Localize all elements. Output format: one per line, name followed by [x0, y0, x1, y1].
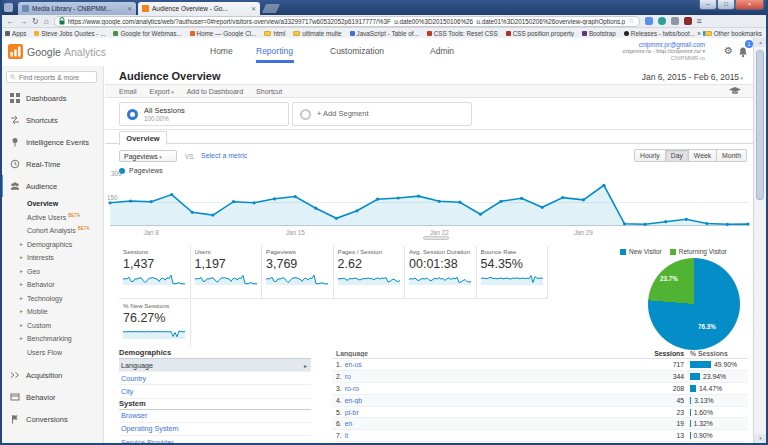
browser-tab-active[interactable]: Audience Overview - Go... ✕: [138, 2, 260, 15]
panel-item-browser[interactable]: Browser: [119, 410, 311, 423]
sidebar-subitem-demographics[interactable]: Demographics: [0, 238, 103, 252]
sidebar-subitem-behavior[interactable]: Behavior: [0, 278, 103, 292]
add-to-dashboard-button[interactable]: Add to Dashboard: [187, 88, 243, 95]
sidebar-subitem-custom[interactable]: Custom: [0, 319, 103, 333]
address-bar[interactable]: https://www.google.com/analytics/web/?au…: [54, 16, 640, 27]
search-input[interactable]: [19, 74, 93, 81]
metric-card-users[interactable]: Users 1,197: [191, 246, 263, 298]
window-minimize-button[interactable]: –: [699, 0, 717, 10]
extension-icon[interactable]: [658, 17, 666, 25]
col-header-sessions[interactable]: Sessions: [632, 350, 684, 357]
granularity-hourly-button[interactable]: Hourly: [634, 149, 666, 162]
table-row[interactable]: 5.pt-br 23 1.60%: [332, 407, 748, 419]
tab-close-icon[interactable]: ✕: [251, 5, 256, 12]
metric-card-pageviews[interactable]: Pageviews 3,769: [262, 246, 334, 298]
table-row[interactable]: 7.it 13 0.90%: [332, 430, 748, 442]
bookmark-item[interactable]: Steve Jobs Quotes - ...: [34, 30, 105, 37]
sidebar-subitem-geo[interactable]: Geo: [0, 265, 103, 279]
granularity-day-button[interactable]: Day: [666, 149, 689, 162]
bookmark-item[interactable]: Google for Webmas...: [113, 30, 181, 37]
sidebar-subitem-benchmarking[interactable]: Benchmarking: [0, 332, 103, 346]
account-email-link[interactable]: cnipmmr.pr@gmail.com: [622, 41, 705, 48]
ga-nav-admin[interactable]: Admin: [430, 46, 454, 56]
ga-nav-home[interactable]: Home: [210, 46, 233, 56]
metric-picker-dropdown[interactable]: Pageviews: [119, 150, 177, 162]
email-button[interactable]: Email: [119, 88, 137, 95]
granularity-week-button[interactable]: Week: [689, 149, 717, 162]
granularity-month-button[interactable]: Month: [717, 149, 747, 162]
window-close-button[interactable]: ×: [735, 0, 764, 10]
table-row[interactable]: 6.en 19 1.32%: [332, 418, 748, 430]
language-link[interactable]: en-us: [345, 361, 362, 368]
bookmark-apps[interactable]: Apps: [5, 30, 26, 37]
sidebar-subitem-technology[interactable]: Technology: [0, 292, 103, 306]
date-range-selector[interactable]: Jan 6, 2015 - Feb 6, 2015: [642, 72, 743, 82]
sidebar-subitem-interests[interactable]: Interests: [0, 251, 103, 265]
ga-nav-reporting[interactable]: Reporting: [256, 46, 293, 56]
window-maximize-button[interactable]: □: [717, 0, 735, 10]
new-tab-button[interactable]: [262, 4, 280, 13]
panel-item-language[interactable]: Language: [119, 359, 311, 372]
other-bookmarks-button[interactable]: Other bookmarks: [705, 30, 762, 37]
bookmark-item[interactable]: Home — Google Cl...: [190, 30, 257, 37]
table-row[interactable]: 2.ro 344 23.94%: [332, 371, 748, 383]
panel-item-city[interactable]: City: [119, 385, 311, 398]
language-link[interactable]: ro: [345, 373, 351, 380]
account-property-selector[interactable]: cnipmmr.ro - http://cnipmmr.ro/: [622, 48, 705, 55]
forward-button[interactable]: →: [19, 16, 27, 27]
bookmarks-overflow-chevron[interactable]: »: [697, 30, 701, 37]
col-header-pct-sessions[interactable]: % Sessions: [684, 350, 748, 357]
table-row[interactable]: 4.en-gb 45 3.13%: [332, 395, 748, 407]
sidebar-item-conversions[interactable]: Conversions: [0, 408, 103, 430]
export-button[interactable]: Export: [150, 88, 174, 95]
add-segment-button[interactable]: + Add Segment: [292, 102, 472, 126]
home-button[interactable]: ⌂: [44, 16, 49, 27]
settings-gear-icon[interactable]: ⚙: [724, 45, 733, 56]
pie-chart[interactable]: 23.7% 76.3%: [648, 258, 740, 350]
select-metric-link[interactable]: Select a metric: [201, 152, 247, 159]
sidebar-item-shortcuts[interactable]: Shortcuts: [0, 109, 103, 131]
page-scrollbar[interactable]: ▲ ▼: [753, 38, 766, 443]
sidebar-subitem-overview[interactable]: Overview: [0, 197, 103, 211]
metric-card-pages-per-session[interactable]: Pages / Session 2.62: [334, 246, 406, 298]
panel-item-country[interactable]: Country: [119, 372, 311, 385]
bookmark-item[interactable]: Releases - twbs/boot...: [624, 30, 695, 37]
browser-tab-inactive[interactable]: Media Library - CNBPMM... ✕: [18, 2, 136, 15]
sidebar-subitem-users-flow[interactable]: Users Flow: [0, 346, 103, 360]
sidebar-search[interactable]: [6, 71, 97, 83]
bookmark-item[interactable]: CSS position property: [506, 30, 574, 37]
metric-card-new-sessions[interactable]: % New Sessions 76.27%: [119, 300, 191, 346]
extension-icon[interactable]: [671, 17, 679, 25]
sidebar-item-audience[interactable]: Audience: [0, 175, 103, 197]
sidebar-item-dashboards[interactable]: Dashboards: [0, 87, 103, 109]
sidebar-item-real-time[interactable]: Real-Time: [0, 153, 103, 175]
bookmark-folder[interactable]: ultimate multe: [293, 30, 341, 37]
bookmark-item[interactable]: CSS Tools: Reset CSS: [427, 30, 498, 37]
sidebar-item-acquisition[interactable]: Acquisition: [0, 364, 103, 386]
bookmark-star-icon[interactable]: ☆: [628, 17, 634, 25]
bookmark-folder[interactable]: html: [264, 30, 285, 37]
bookmark-item[interactable]: JavaScript - Table of...: [350, 30, 419, 37]
table-row[interactable]: 1.en-us 717 49.90%: [332, 359, 748, 371]
sidebar-subitem-cohort-analysis[interactable]: Cohort AnalysisBETA: [0, 224, 103, 238]
language-link[interactable]: it: [345, 432, 348, 439]
academy-cap-icon[interactable]: [729, 87, 741, 96]
tab-overview[interactable]: Overview: [119, 131, 167, 145]
shortcut-button[interactable]: Shortcut: [256, 88, 282, 95]
scrollbar-thumb[interactable]: [756, 50, 764, 200]
language-link[interactable]: en: [345, 420, 353, 427]
sidebar-subitem-active-users[interactable]: Active UsersBETA: [0, 211, 103, 225]
language-link[interactable]: en-gb: [345, 397, 362, 404]
chart-pager-handle[interactable]: [423, 236, 449, 240]
ga-nav-customization[interactable]: Customization: [330, 46, 384, 56]
metric-card-sessions[interactable]: Sessions 1,437: [119, 246, 191, 298]
metric-card-bounce-rate[interactable]: Bounce Rate 54.35%: [477, 246, 549, 298]
notifications-bell-icon[interactable]: [738, 47, 748, 58]
col-header-language[interactable]: Language: [332, 350, 632, 357]
metric-card-avg-session-duration[interactable]: Avg. Session Duration 00:01:38: [405, 246, 477, 298]
pageviews-line-chart[interactable]: [110, 178, 748, 226]
bookmark-item[interactable]: Bootstrap: [582, 30, 616, 37]
tab-close-icon[interactable]: ✕: [127, 5, 132, 12]
chrome-menu-icon[interactable]: ≡: [697, 16, 702, 27]
refresh-button[interactable]: ↻: [32, 16, 39, 27]
